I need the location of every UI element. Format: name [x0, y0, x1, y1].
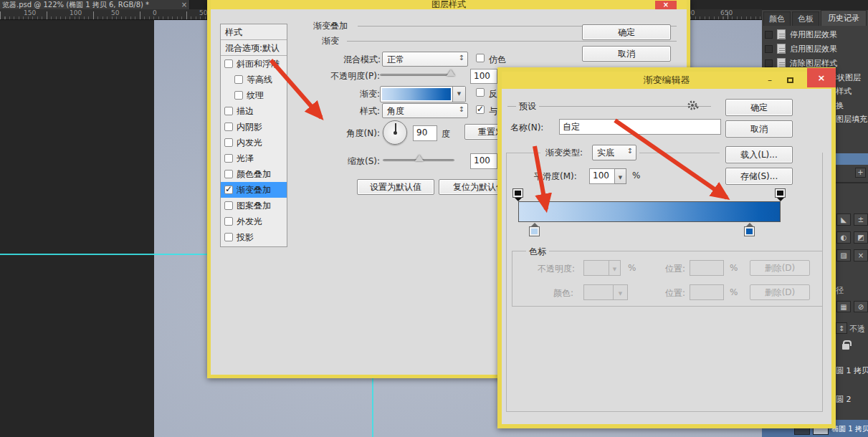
- gradient-swatch: [382, 88, 451, 100]
- stop-opacity-value[interactable]: [583, 260, 609, 276]
- style-checkbox[interactable]: [224, 170, 233, 178]
- minimize-icon[interactable]: –: [763, 75, 777, 87]
- color-stop-right[interactable]: [745, 223, 754, 236]
- lock-icon[interactable]: [842, 344, 849, 350]
- blend-options-item[interactable]: 混合选项:默认: [221, 40, 287, 56]
- ok-button[interactable]: 确定: [582, 24, 671, 40]
- style-item[interactable]: 颜色叠加: [221, 166, 287, 182]
- style-dropdown[interactable]: 角度: [382, 103, 468, 118]
- stop-color-picker-arrow-icon[interactable]: [614, 284, 628, 300]
- stop-opacity-arrow-icon[interactable]: [609, 260, 621, 276]
- style-item[interactable]: 投影: [221, 229, 287, 245]
- gradient-dropdown-arrow-icon[interactable]: ▼: [452, 87, 465, 102]
- blend-mode-stepper-icon[interactable]: ↕: [836, 322, 847, 334]
- history-source-checkbox[interactable]: [765, 59, 773, 67]
- style-checkbox[interactable]: [234, 91, 243, 100]
- maximize-icon[interactable]: [783, 75, 797, 87]
- load-button[interactable]: 载入(L)...: [725, 146, 793, 163]
- delete-opacity-stop-button[interactable]: 删除(D): [750, 260, 810, 276]
- gradient-swatch-button[interactable]: ▼: [380, 86, 466, 102]
- style-item[interactable]: 纹理: [221, 87, 287, 103]
- color-stop-left[interactable]: [530, 223, 539, 236]
- document-tab[interactable]: 览器.psd @ 122% (椭圆 1 拷贝 6, RGB/8) *: [0, 0, 190, 9]
- fill-layer-icon[interactable]: ▦: [836, 301, 851, 312]
- style-checkbox[interactable]: [224, 201, 233, 210]
- angle-dial[interactable]: [383, 120, 407, 145]
- opacity-stop-left[interactable]: [513, 189, 523, 201]
- name-input[interactable]: 自定: [559, 119, 721, 135]
- history-source-checkbox[interactable]: [765, 31, 773, 39]
- history-source-checkbox[interactable]: [765, 45, 773, 53]
- new-snapshot-icon[interactable]: +: [855, 168, 866, 178]
- tab-history[interactable]: 历史记录: [821, 10, 867, 26]
- adjustment-icon[interactable]: ▨: [836, 249, 851, 261]
- style-checkbox-checked[interactable]: [224, 186, 233, 194]
- color-location-value[interactable]: [690, 284, 724, 300]
- opacity-slider-thumb[interactable]: [447, 69, 455, 76]
- style-checkbox[interactable]: [224, 59, 233, 68]
- presets-label: 预设: [516, 100, 539, 112]
- presets-menu-button[interactable]: [687, 100, 700, 114]
- scale-slider-thumb[interactable]: [415, 155, 424, 161]
- style-item[interactable]: 外发光: [221, 213, 287, 229]
- cancel-button[interactable]: 取消: [725, 120, 793, 138]
- style-checkbox[interactable]: [224, 217, 233, 226]
- gradient-editor-titlebar[interactable]: 渐变编辑器 – ×: [502, 72, 831, 89]
- history-item[interactable]: 停用图层效果: [762, 27, 868, 42]
- history-item-fragment[interactable]: 样式: [836, 86, 852, 97]
- opacity-location-value[interactable]: [690, 260, 724, 276]
- close-icon[interactable]: ×: [807, 68, 836, 87]
- document-tab-close-icon[interactable]: ×: [179, 0, 189, 9]
- opacity-slider[interactable]: [380, 74, 454, 76]
- close-icon[interactable]: ×: [655, 1, 677, 9]
- adjustment-icon[interactable]: ◐: [836, 231, 851, 244]
- reverse-checkbox[interactable]: [476, 88, 485, 97]
- tab-color[interactable]: 颜色: [763, 11, 791, 26]
- adjustment-icon[interactable]: ×: [854, 249, 868, 261]
- style-checkbox[interactable]: [224, 107, 233, 115]
- cancel-button[interactable]: 取消: [582, 46, 671, 62]
- scale-slider[interactable]: [383, 159, 454, 161]
- style-item[interactable]: 内发光: [221, 135, 287, 150]
- set-default-button[interactable]: 设置为默认值: [357, 179, 434, 195]
- style-item[interactable]: 光泽: [221, 150, 287, 166]
- adjustment-icon[interactable]: ◣: [836, 213, 851, 226]
- layer-row-fragment[interactable]: 圆 1 拷贝: [836, 365, 868, 376]
- style-item[interactable]: 内阴影: [221, 119, 287, 135]
- dither-checkbox[interactable]: [476, 54, 485, 62]
- style-checkbox[interactable]: [234, 75, 243, 84]
- history-item-fragment[interactable]: 图层填充: [836, 114, 867, 125]
- history-item[interactable]: 启用图层效果: [762, 42, 868, 56]
- opacity-value[interactable]: 100: [470, 69, 497, 84]
- gradient-type-dropdown[interactable]: 实底: [592, 145, 636, 160]
- layer-style-titlebar[interactable]: 图层样式 ×: [211, 0, 687, 9]
- style-checkbox[interactable]: [224, 123, 233, 131]
- adjustment-icon[interactable]: ±: [854, 213, 868, 226]
- stop-color-swatch[interactable]: [583, 284, 614, 300]
- history-item-fragment[interactable]: 换: [836, 100, 844, 111]
- style-item[interactable]: 斜面和浮雕: [221, 56, 287, 72]
- opacity-stop-right[interactable]: [776, 189, 785, 201]
- gradient-preview-bar[interactable]: [518, 201, 781, 222]
- smoothness-value[interactable]: 100: [589, 168, 615, 184]
- style-checkbox[interactable]: [224, 154, 233, 163]
- ok-button[interactable]: 确定: [725, 99, 793, 116]
- smoothness-dropdown-arrow-icon[interactable]: [615, 168, 626, 184]
- save-button[interactable]: 存储(S)...: [725, 168, 793, 185]
- style-item[interactable]: 等高线: [221, 72, 287, 87]
- no-color-icon[interactable]: ⊘: [854, 301, 868, 312]
- style-item-gradient-overlay[interactable]: 渐变叠加: [221, 182, 287, 198]
- adjustment-icon[interactable]: ◩: [854, 231, 868, 244]
- style-item[interactable]: 描边: [221, 103, 287, 119]
- scale-value[interactable]: 100: [470, 153, 497, 169]
- delete-color-stop-button[interactable]: 删除(D): [750, 284, 810, 300]
- blend-mode-dropdown[interactable]: 正常: [382, 52, 468, 67]
- layer-row-fragment[interactable]: 圆 2: [836, 394, 852, 405]
- align-checkbox[interactable]: [476, 105, 485, 114]
- style-item[interactable]: 图案叠加: [221, 198, 287, 213]
- tab-swatches[interactable]: 色板: [792, 11, 819, 26]
- style-checkbox[interactable]: [224, 233, 233, 241]
- style-checkbox[interactable]: [224, 138, 233, 147]
- angle-value[interactable]: 90: [413, 125, 437, 141]
- subsection-line: [347, 41, 677, 42]
